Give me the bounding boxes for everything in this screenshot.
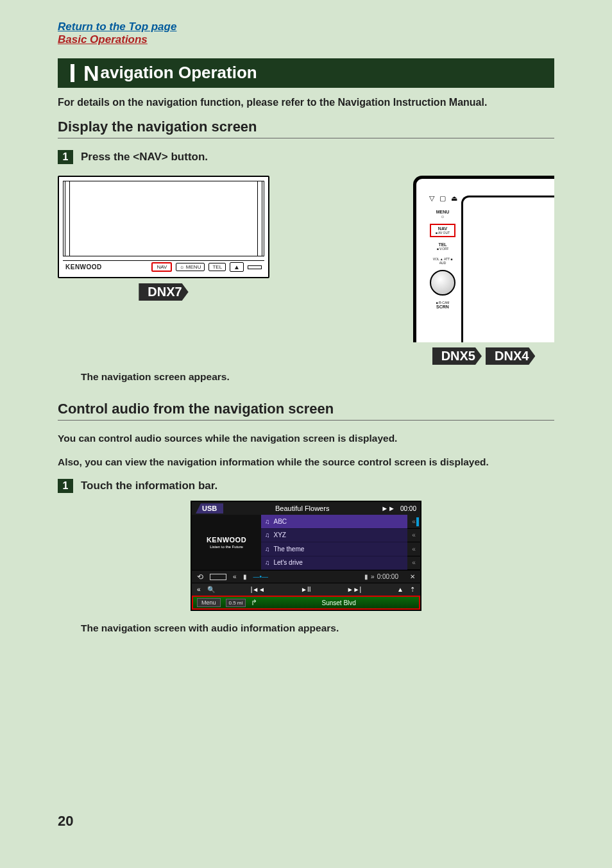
turn-arrow-icon: ↱ (251, 598, 257, 607)
street-name: Sunset Blvd (321, 599, 355, 606)
brand-logo: KENWOOD (207, 536, 246, 544)
dnx7-screen (63, 181, 264, 256)
nav-info-bar[interactable]: Menu 0.5 mi ↱ Sunset Blvd (192, 596, 420, 610)
album-art-panel: KENWOOD Listen to the Future (192, 515, 261, 570)
dnx7-eject-button[interactable]: ▲ (230, 262, 244, 272)
prev-track-button[interactable]: |◄◄ (251, 586, 265, 593)
subheading-control-audio: Control audio from the navigation screen (58, 401, 554, 421)
fast-forward-icon: ►► (381, 505, 395, 512)
eject-icon: ⏏ (451, 194, 457, 203)
intro-text: For details on the navigation function, … (58, 97, 554, 108)
play-pause-button[interactable]: ►II (301, 586, 310, 593)
rewind-icon[interactable]: « (233, 573, 237, 580)
usb-top-bar: USB Beautiful Flowers ►► 00:00 (192, 502, 420, 515)
list-item[interactable]: ♫The theme (261, 542, 407, 556)
seek-arrow-icon[interactable]: » (371, 573, 375, 580)
result-text-2: The navigation screen with audio informa… (81, 622, 554, 634)
scroll-arrow[interactable]: « (407, 556, 420, 571)
page-icon: ▮ (364, 573, 368, 580)
play-time: 0:00:00 (377, 573, 398, 580)
down-icon: ▽ (429, 194, 434, 203)
next-track-button[interactable]: ►►| (347, 586, 361, 593)
result-text-1: The navigation screen appears. (81, 371, 554, 383)
dnx7-nav-button[interactable]: NAV (151, 262, 172, 272)
scroll-arrow[interactable]: « (407, 542, 420, 556)
brand-slogan: Listen to the Future (210, 545, 243, 549)
track-title: Beautiful Flowers (228, 505, 376, 512)
music-note-icon: ♫ (265, 546, 270, 553)
dnx7-frame: KENWOOD NAV ☼ MENU TEL ▲ (58, 176, 269, 278)
top-links: Return to the Top page Basic Operations (58, 21, 554, 47)
battery-icon (210, 574, 226, 580)
link-basic-operations[interactable]: Basic Operations (58, 33, 554, 46)
dnx54-volume-knob[interactable] (430, 270, 455, 296)
dnx54-frame: ▽ ▢ ⏏ MENU ☼ NAV ■ AV OUT (413, 176, 554, 342)
model-tag-dnx4: DNX4 (486, 347, 535, 365)
nav-distance: 0.5 mi (226, 599, 246, 607)
music-note-icon: ♫ (265, 518, 270, 525)
title-rest: avigation Operation (101, 63, 257, 83)
music-note-icon: ♫ (265, 531, 270, 538)
list-item[interactable]: ♫ABC (261, 515, 407, 529)
dnx54-screen-area (461, 196, 554, 342)
dnx7-button-row: KENWOOD NAV ☼ MENU TEL ▲ (63, 260, 264, 273)
step-text: Press the <NAV> button. (81, 150, 208, 163)
title-accent (71, 64, 74, 82)
body-text-a: You can control audio sources while the … (58, 432, 554, 446)
dnx7-brand: KENWOOD (65, 263, 102, 271)
step-1: 1 Press the <NAV> button. (58, 150, 554, 164)
model-tag-dnx7: DNX7 (139, 283, 188, 301)
section-title: N avigation Operation (58, 58, 554, 88)
link-top-page[interactable]: Return to the Top page (58, 21, 554, 33)
dnx54-top-icons: ▽ ▢ ⏏ (429, 194, 457, 203)
subheading-display-nav: Display the navigation screen (58, 119, 554, 138)
list-item[interactable]: ♫Let's drive (261, 556, 407, 571)
step-number: 1 (58, 479, 73, 493)
diagram-dnx54: ▽ ▢ ⏏ MENU ☼ NAV ■ AV OUT (413, 176, 554, 365)
dnx7-tel-button[interactable]: TEL (208, 263, 226, 271)
step-text: Touch the information bar. (81, 479, 217, 492)
scroll-indicator (416, 517, 419, 526)
page-icon: ▮ (243, 573, 247, 580)
step-number: 1 (58, 150, 73, 164)
dnx54-tel-label[interactable]: TEL ■ V.OFF (430, 241, 455, 252)
body-text-b: Also, you can view the navigation inform… (58, 456, 554, 469)
dnx7-menu-button[interactable]: ☼ MENU (176, 263, 205, 271)
diagram-dnx7: KENWOOD NAV ☼ MENU TEL ▲ DNX7 (58, 176, 269, 365)
track-list: ♫ABC ♫XYZ ♫The theme ♫Let's drive (261, 515, 407, 570)
dnx54-att-label: VOL ▲ ATT ■ AUD (430, 256, 455, 266)
search-icon[interactable]: 🔍 (207, 586, 215, 593)
dnx54-rcam-label: ■ R-CAM SCRN (430, 299, 455, 311)
stop-icon: ▢ (439, 194, 446, 203)
scroll-arrow[interactable]: « (407, 529, 420, 543)
dnx54-menu-label[interactable]: MENU ☼ (430, 208, 455, 220)
clock-time: 00:00 (400, 505, 416, 512)
music-note-icon: ♫ (265, 559, 270, 566)
dnx7-disc-slot (248, 265, 262, 269)
model-tag-dnx5: DNX5 (432, 347, 482, 365)
shuffle-icon[interactable]: ✕ (410, 573, 415, 580)
up-button[interactable]: ⇡ (410, 586, 415, 593)
nav-menu-button[interactable]: Menu (197, 598, 221, 607)
usb-player-screenshot: USB Beautiful Flowers ►► 00:00 KENWOOD L… (191, 501, 421, 611)
eject-button[interactable]: ▲ (397, 586, 404, 593)
dnx54-nav-button[interactable]: NAV ■ AV OUT (430, 224, 455, 237)
step-2: 1 Touch the information bar. (58, 479, 554, 493)
back-button[interactable]: « (197, 586, 201, 593)
repeat-icon[interactable]: ⟲ (197, 572, 203, 581)
control-bar-2: « 🔍 |◄◄ ►II ►►| ▲ ⇡ (192, 583, 420, 596)
control-bar-1: ⟲ « ▮ —•— ▮ » 0:00:00 ✕ (192, 570, 420, 583)
list-item[interactable]: ♫XYZ (261, 529, 407, 543)
page-number: 20 (58, 813, 73, 830)
source-tab[interactable]: USB (196, 503, 223, 513)
